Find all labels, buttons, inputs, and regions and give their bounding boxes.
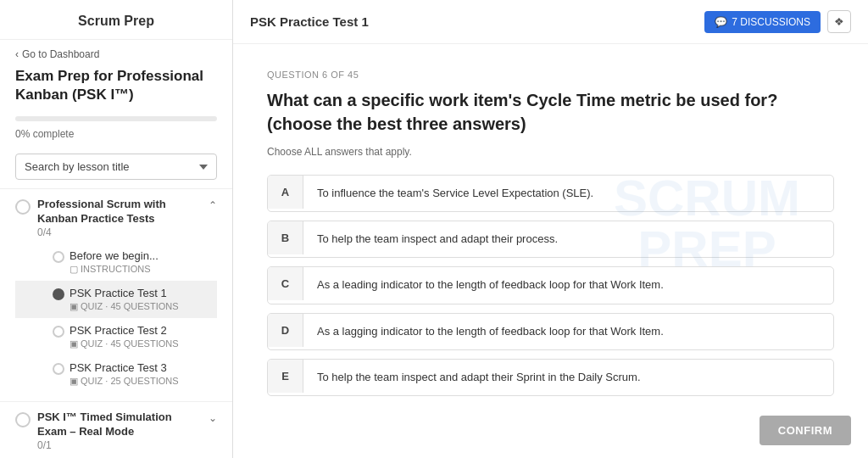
lesson-group: Before we begin... ▢ INSTRUCTIONS PSK Pr…: [15, 243, 217, 393]
answer-text: As a leading indicator to the length of …: [303, 267, 677, 303]
lesson-info: PSK Practice Test 2 ▣ QUIZ · 45 QUESTION…: [70, 324, 202, 349]
sidebar-header: Scrum Prep: [0, 0, 232, 40]
sidebar: Scrum Prep ‹ Go to Dashboard Exam Prep f…: [0, 0, 233, 458]
main-content: PSK Practice Test 1 💬 7 DISCUSSIONS ❖ SC…: [233, 0, 868, 458]
progress-text: 0% complete: [15, 128, 74, 140]
lesson-meta: ▢ INSTRUCTIONS: [70, 264, 202, 275]
lesson-info: Before we begin... ▢ INSTRUCTIONS: [70, 249, 202, 275]
quiz-icon: ▣: [70, 338, 78, 349]
section-header-simulation[interactable]: PSK I™ Timed Simulation Exam – Real Mode…: [15, 411, 217, 451]
search-section: Search by lesson title: [0, 148, 232, 189]
lesson-before-we-begin[interactable]: Before we begin... ▢ INSTRUCTIONS: [15, 243, 217, 281]
lesson-name: PSK Practice Test 1: [70, 287, 202, 299]
section-count: 0/4: [37, 226, 202, 238]
lesson-name: Before we begin...: [70, 249, 202, 262]
quiz-icon: ▣: [70, 376, 78, 387]
lesson-dot: [53, 363, 64, 375]
lesson-psk-test-3[interactable]: PSK Practice Test 3 ▣ QUIZ · 25 QUESTION…: [15, 355, 217, 393]
section-name: PSK I™ Timed Simulation Exam – Real Mode: [37, 411, 202, 439]
section-info: PSK I™ Timed Simulation Exam – Real Mode…: [37, 411, 202, 451]
sidebar-nav: ‹ Go to Dashboard Exam Prep for Professi…: [0, 40, 232, 109]
lesson-info: PSK Practice Test 3 ▣ QUIZ · 25 QUESTION…: [70, 361, 202, 387]
lesson-meta: ▣ QUIZ · 25 QUESTIONS: [70, 376, 202, 387]
back-label: Go to Dashboard: [22, 48, 99, 60]
main-header: PSK Practice Test 1 💬 7 DISCUSSIONS ❖: [233, 0, 868, 44]
answer-text: As a lagging indicator to the length of …: [303, 314, 677, 349]
question-area: SCRUMPREP QUESTION 6 OF 45 What can a sp…: [233, 44, 868, 403]
expand-icon: ❖: [834, 15, 844, 28]
course-title: Exam Prep for Professional Kanban (PSK I…: [15, 67, 217, 104]
lesson-dot: [53, 251, 64, 263]
section-count: 0/1: [37, 439, 202, 451]
expand-button[interactable]: ❖: [827, 10, 851, 33]
lesson-info: PSK Practice Test 1 ▣ QUIZ · 45 QUESTION…: [70, 287, 202, 312]
progress-bar-bg: [15, 116, 217, 121]
answer-option-a[interactable]: A To influence the team's Service Level …: [267, 175, 834, 212]
answer-option-e[interactable]: E To help the team inspect and adapt the…: [267, 359, 834, 396]
search-select[interactable]: Search by lesson title: [15, 154, 217, 180]
answer-letter: C: [268, 267, 303, 300]
doc-icon: ▢: [70, 264, 78, 275]
question-text: What can a specific work item's Cycle Ti…: [267, 88, 834, 136]
answer-text: To help the team inspect and adapt their…: [303, 221, 571, 257]
header-actions: 💬 7 DISCUSSIONS ❖: [704, 10, 851, 33]
back-to-dashboard-link[interactable]: ‹ Go to Dashboard: [15, 48, 217, 60]
answer-option-c[interactable]: C As a leading indicator to the length o…: [267, 266, 834, 304]
chevron-down-icon: ⌄: [209, 412, 217, 424]
main-header-title: PSK Practice Test 1: [250, 14, 369, 29]
section-circle: [15, 199, 31, 215]
lesson-psk-test-1[interactable]: PSK Practice Test 1 ▣ QUIZ · 45 QUESTION…: [15, 281, 217, 318]
chat-icon: 💬: [715, 16, 727, 28]
confirm-area: CONFIRM: [233, 403, 868, 458]
answer-letter: E: [268, 360, 303, 393]
section-info: Professional Scrum with Kanban Practice …: [37, 198, 202, 238]
lessons-list: Professional Scrum with Kanban Practice …: [0, 189, 232, 458]
chevron-up-icon: ⌃: [209, 199, 217, 211]
section-name: Professional Scrum with Kanban Practice …: [37, 198, 202, 226]
sidebar-title: Scrum Prep: [78, 14, 154, 28]
lesson-dot-active: [53, 288, 64, 300]
lesson-dot: [53, 326, 64, 338]
discussions-label: 7 DISCUSSIONS: [732, 16, 810, 28]
answer-letter: D: [268, 314, 303, 347]
answers-container: A To influence the team's Service Level …: [267, 175, 834, 396]
section-header-psk-tests[interactable]: Professional Scrum with Kanban Practice …: [15, 198, 217, 238]
chevron-left-icon: ‹: [15, 48, 19, 60]
lesson-name: PSK Practice Test 2: [70, 324, 202, 337]
answer-option-b[interactable]: B To help the team inspect and adapt the…: [267, 221, 834, 258]
answer-letter: B: [268, 221, 303, 254]
progress-section: 0% complete: [0, 109, 232, 148]
answer-option-d[interactable]: D As a lagging indicator to the length o…: [267, 313, 834, 350]
lesson-meta: ▣ QUIZ · 45 QUESTIONS: [70, 338, 202, 349]
question-instruction: Choose ALL answers that apply.: [267, 146, 834, 158]
answer-text: To help the team inspect and adapt their…: [303, 360, 654, 395]
section-psk-tests: Professional Scrum with Kanban Practice …: [0, 189, 232, 402]
section-psk-simulation: PSK I™ Timed Simulation Exam – Real Mode…: [0, 402, 232, 458]
lesson-name: PSK Practice Test 3: [70, 361, 202, 374]
question-number: QUESTION 6 OF 45: [267, 70, 834, 80]
answer-text: To influence the team's Service Level Ex…: [303, 176, 607, 211]
quiz-icon: ▣: [70, 301, 78, 312]
discussions-button[interactable]: 💬 7 DISCUSSIONS: [704, 11, 821, 33]
section-circle: [15, 412, 31, 427]
lesson-psk-test-2[interactable]: PSK Practice Test 2 ▣ QUIZ · 45 QUESTION…: [15, 318, 217, 355]
lesson-meta: ▣ QUIZ · 45 QUESTIONS: [70, 301, 202, 312]
answer-letter: A: [268, 176, 303, 209]
confirm-button[interactable]: CONFIRM: [760, 416, 851, 445]
